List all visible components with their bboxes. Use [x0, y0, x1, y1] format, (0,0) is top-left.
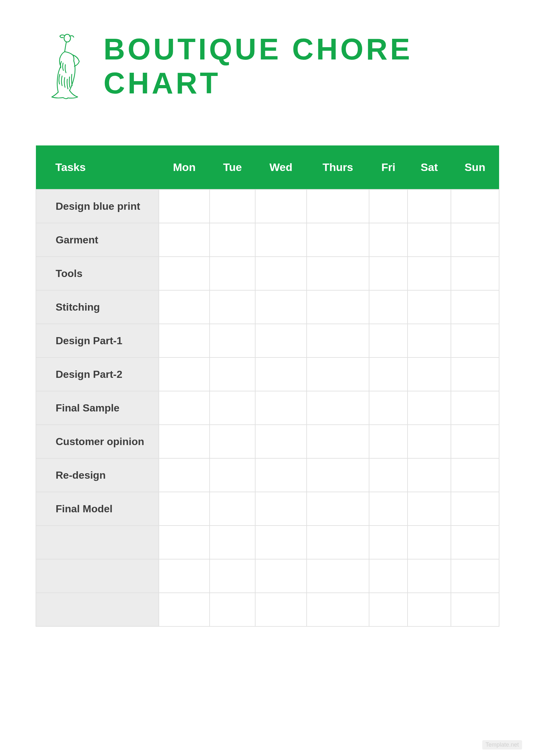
day-cell[interactable]: [451, 290, 499, 324]
table-row: Design Part-1: [36, 324, 499, 358]
day-cell[interactable]: [210, 593, 255, 626]
day-cell[interactable]: [369, 391, 408, 425]
day-cell[interactable]: [255, 559, 307, 593]
day-cell[interactable]: [307, 425, 369, 458]
day-cell[interactable]: [255, 458, 307, 492]
day-cell[interactable]: [255, 290, 307, 324]
day-cell[interactable]: [369, 559, 408, 593]
day-cell[interactable]: [451, 223, 499, 256]
day-cell[interactable]: [451, 358, 499, 391]
day-cell[interactable]: [451, 324, 499, 358]
day-cell[interactable]: [307, 358, 369, 391]
day-cell[interactable]: [451, 559, 499, 593]
day-cell[interactable]: [159, 526, 210, 559]
day-cell[interactable]: [307, 458, 369, 492]
day-cell[interactable]: [369, 223, 408, 256]
day-cell[interactable]: [255, 425, 307, 458]
day-cell[interactable]: [210, 391, 255, 425]
day-cell[interactable]: [408, 593, 451, 626]
day-cell[interactable]: [451, 425, 499, 458]
table-row: Re-design: [36, 458, 499, 492]
day-cell[interactable]: [307, 256, 369, 290]
day-cell[interactable]: [451, 526, 499, 559]
day-cell[interactable]: [159, 290, 210, 324]
day-cell[interactable]: [307, 223, 369, 256]
day-cell[interactable]: [255, 256, 307, 290]
table-row: Customer opinion: [36, 425, 499, 458]
table-row: [36, 526, 499, 559]
day-cell[interactable]: [210, 458, 255, 492]
day-cell[interactable]: [369, 324, 408, 358]
day-cell[interactable]: [210, 492, 255, 526]
day-cell[interactable]: [210, 189, 255, 223]
day-cell[interactable]: [451, 458, 499, 492]
day-cell[interactable]: [408, 391, 451, 425]
day-cell[interactable]: [408, 492, 451, 526]
day-cell[interactable]: [451, 256, 499, 290]
task-cell: Customer opinion: [36, 425, 159, 458]
day-cell[interactable]: [210, 526, 255, 559]
day-cell[interactable]: [369, 458, 408, 492]
day-cell[interactable]: [210, 223, 255, 256]
day-cell[interactable]: [408, 290, 451, 324]
day-cell[interactable]: [369, 256, 408, 290]
day-cell[interactable]: [210, 290, 255, 324]
day-cell[interactable]: [255, 223, 307, 256]
day-cell[interactable]: [451, 492, 499, 526]
day-cell[interactable]: [408, 458, 451, 492]
day-cell[interactable]: [210, 324, 255, 358]
day-cell[interactable]: [369, 593, 408, 626]
day-cell[interactable]: [255, 189, 307, 223]
day-cell[interactable]: [307, 189, 369, 223]
day-cell[interactable]: [369, 290, 408, 324]
day-cell[interactable]: [369, 358, 408, 391]
day-cell[interactable]: [408, 526, 451, 559]
day-cell[interactable]: [210, 559, 255, 593]
day-cell[interactable]: [307, 593, 369, 626]
column-header: Tue: [210, 146, 255, 189]
day-cell[interactable]: [159, 425, 210, 458]
day-cell[interactable]: [255, 324, 307, 358]
day-cell[interactable]: [408, 256, 451, 290]
column-header: Tasks: [36, 146, 159, 189]
day-cell[interactable]: [255, 391, 307, 425]
day-cell[interactable]: [255, 358, 307, 391]
day-cell[interactable]: [159, 189, 210, 223]
day-cell[interactable]: [255, 526, 307, 559]
day-cell[interactable]: [307, 290, 369, 324]
day-cell[interactable]: [451, 189, 499, 223]
day-cell[interactable]: [307, 324, 369, 358]
day-cell[interactable]: [210, 425, 255, 458]
day-cell[interactable]: [369, 425, 408, 458]
day-cell[interactable]: [159, 458, 210, 492]
day-cell[interactable]: [408, 425, 451, 458]
day-cell[interactable]: [210, 256, 255, 290]
day-cell[interactable]: [451, 593, 499, 626]
table-row: [36, 593, 499, 626]
day-cell[interactable]: [159, 559, 210, 593]
day-cell[interactable]: [159, 358, 210, 391]
day-cell[interactable]: [159, 223, 210, 256]
day-cell[interactable]: [451, 391, 499, 425]
day-cell[interactable]: [408, 223, 451, 256]
task-cell: Final Model: [36, 492, 159, 526]
day-cell[interactable]: [408, 559, 451, 593]
day-cell[interactable]: [369, 189, 408, 223]
day-cell[interactable]: [210, 358, 255, 391]
day-cell[interactable]: [369, 492, 408, 526]
day-cell[interactable]: [159, 256, 210, 290]
day-cell[interactable]: [159, 324, 210, 358]
day-cell[interactable]: [408, 358, 451, 391]
day-cell[interactable]: [307, 559, 369, 593]
day-cell[interactable]: [307, 492, 369, 526]
day-cell[interactable]: [159, 593, 210, 626]
day-cell[interactable]: [408, 189, 451, 223]
day-cell[interactable]: [408, 324, 451, 358]
day-cell[interactable]: [159, 391, 210, 425]
day-cell[interactable]: [307, 526, 369, 559]
day-cell[interactable]: [307, 391, 369, 425]
day-cell[interactable]: [255, 492, 307, 526]
day-cell[interactable]: [369, 526, 408, 559]
day-cell[interactable]: [159, 492, 210, 526]
day-cell[interactable]: [255, 593, 307, 626]
